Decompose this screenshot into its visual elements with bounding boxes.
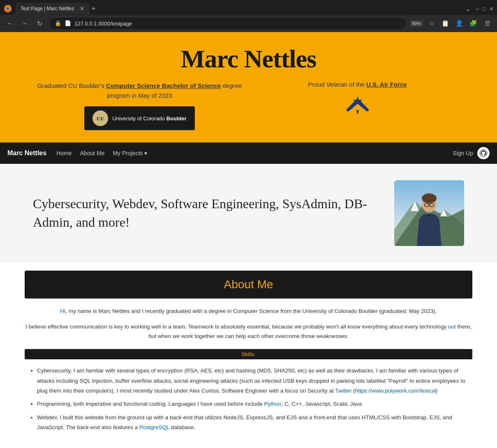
svg-text:CU: CU: [97, 116, 104, 122]
active-tab[interactable]: Test Page | Marc Nettles ✕: [16, 3, 90, 14]
github-icon[interactable]: [477, 147, 490, 159]
profile-photo-svg: [394, 180, 464, 246]
close-window-button[interactable]: ✕: [489, 6, 494, 12]
navbar-brand[interactable]: Marc Nettles: [7, 149, 46, 157]
polywork-link[interactable]: https://www.polywork.com/lexical: [355, 388, 436, 394]
about-header: About Me: [25, 271, 472, 299]
skill-programming: Programming, both imperative and functio…: [37, 399, 472, 409]
skill-cybersecurity: Cybersecurity. I am familiar with severa…: [37, 366, 472, 396]
air-force-emblem: [345, 94, 370, 118]
browser-chrome: Test Page | Marc Nettles ✕ + ⌄ ─ □ ✕ ← →…: [0, 0, 497, 32]
skill-programming-text: Programming, both imperative and functio…: [37, 401, 362, 407]
skills-list: Cybersecurity. I am familiar with severa…: [25, 366, 472, 432]
python-link[interactable]: Python: [264, 401, 281, 407]
skill-cybersecurity-text: Cybersecurity. I am familiar with severa…: [37, 368, 465, 394]
navbar-links: Home About Me My Projects ▾: [56, 150, 453, 156]
skill-webdev-text: Webdev. I built this website from the gr…: [37, 414, 452, 430]
hero-left: Graduated CU Boulder's Computer Science …: [31, 81, 249, 130]
tab-title: Test Page | Marc Nettles: [21, 6, 76, 11]
tab-bar: Test Page | Marc Nettles ✕ + ⌄ ─ □ ✕: [0, 0, 497, 15]
skill-webdev: Webdev. I built this website from the gr…: [37, 413, 472, 433]
navbar: Marc Nettles Home About Me My Projects ▾…: [0, 142, 497, 164]
forward-button[interactable]: →: [19, 18, 30, 29]
hero-subtitle-left: Graduated CU Boulder's Computer Science …: [31, 81, 249, 101]
profile-button[interactable]: 👤: [453, 18, 465, 29]
svg-marker-10: [356, 110, 359, 115]
toolbar-right: 90% ☆ 📋 👤 🧩 ☰: [410, 18, 493, 29]
page-wrapper: Marc Nettles Graduated CU Boulder's Comp…: [0, 32, 497, 448]
hero-section: Marc Nettles Graduated CU Boulder's Comp…: [0, 32, 497, 142]
nav-link-about[interactable]: About Me: [80, 150, 105, 156]
new-tab-button[interactable]: +: [91, 5, 96, 13]
cu-logo-bold: Boulder: [166, 115, 187, 122]
zoom-level: 90%: [410, 20, 423, 27]
out-link[interactable]: out: [448, 324, 456, 330]
nav-link-projects[interactable]: My Projects ▾: [113, 150, 147, 156]
page-icon: 📄: [65, 20, 71, 27]
hero-right: Proud Veteran of the U.S. Air Force: [249, 81, 467, 118]
postgresql-link[interactable]: PostgreSQL: [139, 424, 169, 430]
browser-toolbar: ← → ↻ 🔒 📄 127.0.0.1:3000/testpage 90% ☆ …: [0, 15, 497, 32]
twitter-link[interactable]: Twitter: [335, 388, 351, 394]
nav-link-home[interactable]: Home: [56, 150, 72, 156]
github-svg: [479, 149, 488, 157]
security-icon: 🔒: [55, 20, 61, 27]
navbar-right: Sign Up: [453, 147, 490, 159]
firefox-icon: [3, 4, 12, 13]
svg-point-2: [7, 7, 9, 10]
skills-bar: Skills:: [25, 349, 472, 359]
reload-button[interactable]: ↻: [34, 18, 45, 29]
profile-photo: [394, 180, 464, 246]
maximize-button[interactable]: □: [483, 6, 486, 12]
cu-logo-text: University of Colorado Boulder: [112, 115, 187, 122]
hero-title: Marc Nettles: [8, 44, 489, 74]
back-button[interactable]: ←: [4, 18, 16, 29]
about-intro-p1: Hi, my name is Marc Nettles and I recent…: [25, 307, 472, 316]
url-display[interactable]: 127.0.0.1:3000/testpage: [74, 21, 400, 27]
about-para-p2: I believe effective communication is key…: [25, 322, 472, 341]
bookmark-button[interactable]: ☆: [425, 18, 437, 29]
intro-text: Cybersecurity, Webdev, Software Engineer…: [33, 195, 378, 232]
minimize-button[interactable]: ─: [476, 6, 479, 12]
extensions-button[interactable]: 🧩: [467, 18, 479, 29]
svg-point-18: [422, 193, 437, 203]
address-bar[interactable]: 🔒 📄 127.0.0.1:3000/testpage: [49, 17, 407, 30]
hero-content: Graduated CU Boulder's Computer Science …: [23, 81, 475, 130]
about-section: About Me Hi, my name is Marc Nettles and…: [0, 262, 497, 448]
cu-logo-circle: CU: [92, 110, 108, 126]
cu-logo-icon: CU: [94, 112, 106, 124]
veteran-text: Proud Veteran of the U.S. Air Force: [308, 81, 407, 88]
cu-logo: CU University of Colorado Boulder: [84, 106, 195, 130]
tab-list-icon[interactable]: ⌄: [465, 5, 471, 13]
menu-button[interactable]: ☰: [481, 18, 493, 29]
tab-close-button[interactable]: ✕: [80, 5, 85, 12]
pocket-button[interactable]: 📋: [439, 18, 451, 29]
signup-link[interactable]: Sign Up: [453, 150, 473, 156]
hi-link[interactable]: Hi: [60, 308, 65, 314]
skills-label: Skills:: [242, 351, 256, 357]
intro-section: Cybersecurity, Webdev, Software Engineer…: [0, 164, 497, 262]
